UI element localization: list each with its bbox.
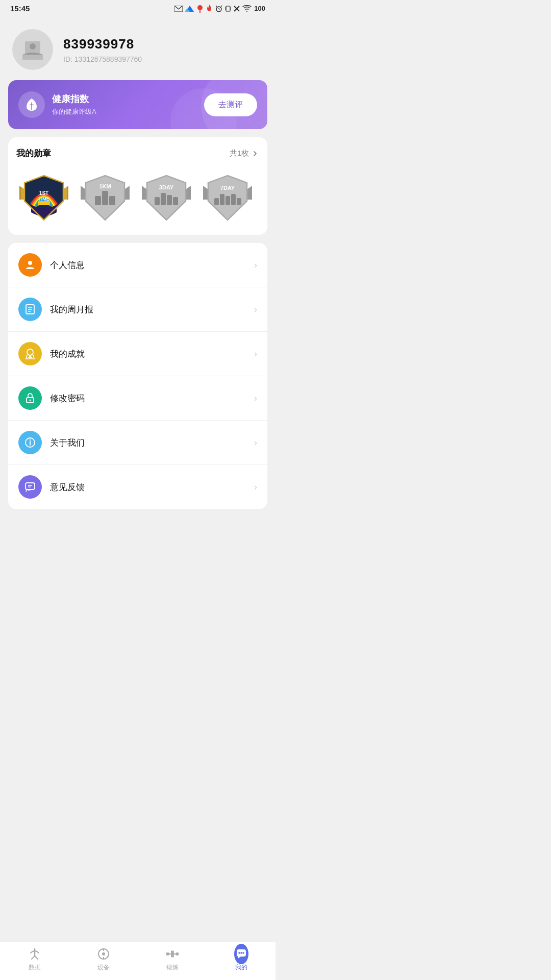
feedback-icon-circle xyxy=(18,475,42,499)
badge-section: 我的勋章 共1枚 xyxy=(8,137,267,235)
svg-marker-37 xyxy=(186,186,191,200)
health-title: 健康指数 xyxy=(52,93,96,105)
menu-item-monthly-report[interactable]: 我的周月报 › xyxy=(8,287,267,332)
mountain-icon xyxy=(185,5,194,12)
leaf-icon xyxy=(24,97,39,112)
menu-label-about-us: 关于我们 xyxy=(50,437,254,449)
menu-label-achievements: 我的成就 xyxy=(50,348,254,360)
profile-username: 839939978 xyxy=(63,36,142,52)
health-left: 健康指数 你的健康评级A xyxy=(18,91,96,118)
svg-rect-10 xyxy=(226,6,230,11)
badge-count[interactable]: 共1枚 xyxy=(230,149,259,158)
badge-grid: 1ST TIME 1KM xyxy=(16,169,259,225)
person-icon xyxy=(24,259,36,271)
badge-section-title: 我的勋章 xyxy=(16,148,51,159)
health-subtitle: 你的健康评级A xyxy=(52,107,96,116)
svg-rect-50 xyxy=(231,194,236,205)
svg-rect-17 xyxy=(22,55,43,60)
badge-1km: 1KM xyxy=(78,169,133,225)
badge-count-label: 共1枚 xyxy=(230,149,249,158)
health-text-block: 健康指数 你的健康评级A xyxy=(52,93,96,116)
chevron-right-personal-icon: › xyxy=(254,260,257,271)
svg-marker-36 xyxy=(142,186,147,200)
status-time: 15:45 xyxy=(10,4,30,13)
menu-item-feedback[interactable]: 意见反馈 › xyxy=(8,465,267,509)
profile-id: ID: 13312675889397760 xyxy=(63,55,142,63)
svg-point-54 xyxy=(28,261,32,265)
chevron-right-achievement-icon: › xyxy=(254,349,257,359)
menu-label-feedback: 意见反馈 xyxy=(50,481,254,493)
menu-item-about-us[interactable]: 关于我们 › xyxy=(8,421,267,465)
menu-label-personal-info: 个人信息 xyxy=(50,259,254,271)
svg-rect-51 xyxy=(237,198,241,205)
menu-item-achievements[interactable]: 我的成就 › xyxy=(8,332,267,376)
svg-rect-30 xyxy=(95,196,101,205)
svg-marker-28 xyxy=(81,186,86,200)
chevron-right-about-icon: › xyxy=(254,437,257,448)
badge-7day: 7DAY xyxy=(200,169,255,225)
svg-text:3DAY: 3DAY xyxy=(159,184,174,190)
password-icon-circle xyxy=(18,386,42,410)
badge-1st-time: 1ST TIME xyxy=(16,169,71,225)
alarm-icon xyxy=(215,5,222,12)
badge-header: 我的勋章 共1枚 xyxy=(16,148,259,159)
pin-icon xyxy=(197,5,203,13)
fire-icon xyxy=(206,5,213,13)
monthly-report-icon-circle xyxy=(18,298,42,321)
svg-point-59 xyxy=(27,349,33,355)
svg-rect-38 xyxy=(155,197,160,205)
vibrate-icon xyxy=(225,5,231,12)
menu-item-personal-info[interactable]: 个人信息 › xyxy=(8,243,267,287)
svg-line-8 xyxy=(216,6,217,7)
mute-icon xyxy=(234,6,240,12)
badge-7day-icon: 7DAY xyxy=(202,172,253,223)
badge-3day-icon: 3DAY xyxy=(141,172,192,223)
mail-icon xyxy=(174,6,183,12)
lock-icon xyxy=(24,392,36,404)
info-icon xyxy=(24,436,36,449)
svg-rect-66 xyxy=(26,483,35,489)
profile-section: 839939978 ID: 13312675889397760 xyxy=(0,15,276,80)
menu-item-change-password[interactable]: 修改密码 › xyxy=(8,376,267,421)
svg-point-16 xyxy=(30,43,36,50)
about-icon-circle xyxy=(18,431,42,454)
svg-line-9 xyxy=(221,6,222,7)
svg-rect-47 xyxy=(214,198,219,205)
svg-marker-29 xyxy=(124,186,130,200)
chat-icon xyxy=(24,481,36,493)
badge-3day: 3DAY xyxy=(139,169,194,225)
svg-marker-35 xyxy=(147,176,186,220)
svg-rect-39 xyxy=(161,193,166,205)
avatar-placeholder-icon xyxy=(22,39,43,60)
svg-rect-32 xyxy=(109,196,115,205)
svg-rect-31 xyxy=(102,191,108,205)
svg-marker-45 xyxy=(203,186,208,200)
menu-label-change-password: 修改密码 xyxy=(50,393,254,404)
chevron-right-password-icon: › xyxy=(254,393,257,404)
battery-level: 100 xyxy=(254,5,265,12)
svg-point-62 xyxy=(30,400,31,401)
svg-rect-48 xyxy=(220,194,224,205)
svg-marker-46 xyxy=(247,186,252,200)
status-bar: 15:45 100 xyxy=(0,0,276,15)
status-icons: 100 xyxy=(174,5,265,13)
chevron-right-icon xyxy=(251,150,259,158)
achievement-icon xyxy=(24,348,36,360)
badge-1km-icon: 1KM xyxy=(80,172,131,223)
menu-section: 个人信息 › 我的周月报 › 我的成就 › 修改密码 › xyxy=(8,243,267,509)
chevron-right-report-icon: › xyxy=(254,304,257,315)
personal-info-icon-circle xyxy=(18,253,42,277)
svg-rect-40 xyxy=(167,195,172,205)
report-icon xyxy=(24,303,36,315)
profile-info: 839939978 ID: 13312675889397760 xyxy=(63,36,142,63)
health-icon-circle xyxy=(18,91,45,118)
svg-text:TIME: TIME xyxy=(38,197,49,202)
health-evaluate-button[interactable]: 去测评 xyxy=(204,93,257,116)
svg-text:1ST: 1ST xyxy=(39,190,48,196)
svg-point-3 xyxy=(197,5,203,10)
achievements-icon-circle xyxy=(18,342,42,365)
avatar xyxy=(12,29,53,70)
wifi-icon xyxy=(242,5,252,12)
svg-rect-49 xyxy=(226,196,230,205)
badge-1st-time-icon: 1ST TIME xyxy=(18,172,69,223)
